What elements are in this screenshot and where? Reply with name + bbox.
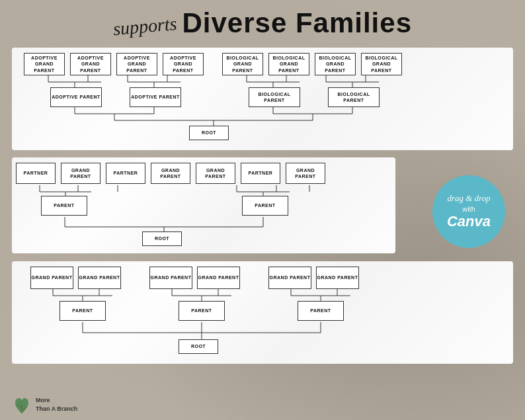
node-adoptive-gp4: ADOPTIVE GRAND PARENT <box>163 53 204 75</box>
logo-text: More Than A Branch <box>36 396 77 413</box>
family-tree-panel-2: PARTNER GRAND PARENT PARTNER GRAND PAREN… <box>12 157 395 253</box>
node-adoptive-gp2: ADOPTIVE GRAND PARENT <box>70 53 111 75</box>
node-partner2: PARTNER <box>106 163 145 184</box>
node-root1: ROOT <box>189 126 229 140</box>
supports-text: supports <box>112 13 178 40</box>
header: supports Diverse Families <box>0 0 525 46</box>
logo-icon <box>12 395 32 415</box>
node-parent3-1: PARENT <box>60 301 106 321</box>
node-root2: ROOT <box>142 231 182 246</box>
canva-badge: drag & drop with Canva <box>432 175 505 248</box>
node-bio-gp4: BIOLOGICAL GRAND PARENT <box>361 53 402 75</box>
node-adoptive-parent1: ADOPTIVE PARENT <box>50 87 102 107</box>
main-title: Diverse Families <box>182 7 412 39</box>
node-adoptive-gp1: ADOPTIVE GRAND PARENT <box>24 53 65 75</box>
node-grandparent1: GRAND PARENT <box>61 163 101 184</box>
node-gp3-5: GRAND PARENT <box>268 267 311 289</box>
node-root3: ROOT <box>179 339 218 354</box>
node-adoptive-gp3: ADOPTIVE GRAND PARENT <box>116 53 157 75</box>
node-gp3-6: GRAND PARENT <box>316 267 359 289</box>
node-adoptive-parent2: ADOPTIVE PARENT <box>130 87 181 107</box>
logo: More Than A Branch <box>12 395 77 415</box>
node-bio-gp2: BIOLOGICAL GRAND PARENT <box>268 53 309 75</box>
family-tree-panel-1: ADOPTIVE GRAND PARENT ADOPTIVE GRAND PAR… <box>12 48 513 150</box>
node-parent3-2: PARENT <box>179 301 225 321</box>
node-gp3-1: GRAND PARENT <box>30 267 73 289</box>
node-gp3-4: GRAND PARENT <box>197 267 240 289</box>
node-parent2-1: PARENT <box>41 196 87 216</box>
node-bio-parent1: BIOLOGICAL PARENT <box>249 87 300 107</box>
node-gp3-3: GRAND PARENT <box>149 267 192 289</box>
node-bio-gp3: BIOLOGICAL GRAND PARENT <box>315 53 356 75</box>
node-bio-gp1: BIOLOGICAL GRAND PARENT <box>222 53 263 75</box>
canva-name-text: Canva <box>447 213 491 230</box>
node-partner1: PARTNER <box>16 163 56 184</box>
node-gp3-2: GRAND PARENT <box>78 267 121 289</box>
node-parent3-3: PARENT <box>298 301 344 321</box>
node-grandparent3: GRAND PARENT <box>196 163 235 184</box>
node-parent2-2: PARENT <box>242 196 288 216</box>
node-grandparent2: GRAND PARENT <box>151 163 190 184</box>
node-grandparent4: GRAND PARENT <box>286 163 325 184</box>
canva-drag-text: drag & drop <box>447 193 490 204</box>
canva-with-text: with <box>462 205 475 213</box>
node-bio-parent2: BIOLOGICAL PARENT <box>328 87 380 107</box>
family-tree-panel-3: GRAND PARENT GRAND PARENT GRAND PARENT G… <box>12 261 513 364</box>
node-partner3: PARTNER <box>241 163 280 184</box>
